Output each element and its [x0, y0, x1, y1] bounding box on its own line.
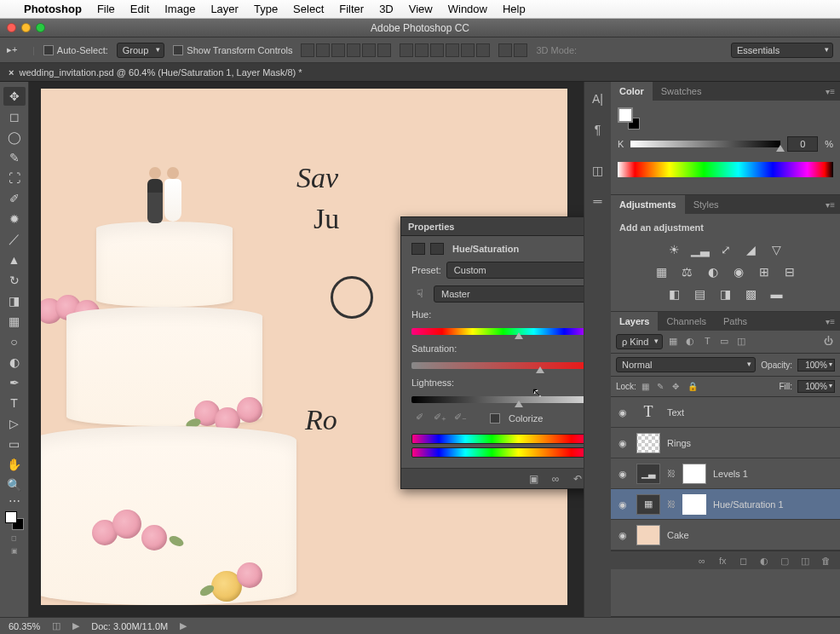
layer-thumbnail[interactable] [636, 433, 660, 453]
align-right-icon[interactable] [377, 43, 391, 57]
saturation-slider[interactable] [411, 362, 584, 369]
blur-tool[interactable]: ○ [3, 332, 26, 351]
layer-adjustment-thumb[interactable]: ▁▃ [636, 464, 660, 484]
adjustments-tab[interactable]: Adjustments [611, 195, 685, 214]
hue-slider[interactable] [411, 328, 584, 335]
delete-layer-icon[interactable]: 🗑 [821, 556, 833, 566]
brush-tool[interactable]: ／ [3, 230, 26, 249]
levels-icon[interactable]: ▁▃ [691, 241, 710, 258]
threshold-icon[interactable]: ◨ [716, 285, 735, 303]
link-layers-icon[interactable]: ∞ [699, 556, 711, 566]
adjustment-type-icon[interactable] [411, 243, 425, 255]
menu-3d[interactable]: 3D [379, 3, 394, 15]
filter-toggle-icon[interactable]: ⏻ [821, 336, 835, 348]
posterize-icon[interactable]: ▤ [691, 285, 710, 303]
menu-layer[interactable]: Layer [210, 3, 239, 15]
k-value-input[interactable]: 0 [787, 136, 818, 152]
info-panel-icon[interactable]: ═ [589, 193, 607, 210]
filter-smart-icon[interactable]: ◫ [734, 336, 748, 348]
preset-dropdown[interactable]: Custom [446, 262, 584, 279]
layer-item-levels[interactable]: ◉ ▁▃ ⛓ Levels 1 [611, 458, 840, 489]
lasso-tool[interactable]: ◯ [3, 128, 26, 147]
layer-filter-kind-dropdown[interactable]: ρ Kind [616, 334, 663, 349]
eyedropper-add-icon[interactable]: ✐₊ [432, 412, 447, 425]
color-spectrum[interactable] [618, 162, 833, 177]
filter-type-icon[interactable]: T [700, 336, 714, 348]
clip-to-layer-icon[interactable]: ▣ [526, 473, 540, 485]
eyedropper-icon[interactable]: ✐ [411, 412, 427, 425]
lock-pixels-icon[interactable]: ✎ [657, 382, 669, 392]
layer-item-cake[interactable]: ◉ Cake [611, 520, 840, 550]
layer-visibility-icon[interactable]: ◉ [616, 469, 630, 479]
zoom-level[interactable]: 60.35% [9, 621, 40, 631]
distribute-5-icon[interactable] [461, 43, 475, 57]
workspace-dropdown[interactable]: Essentials [731, 43, 833, 58]
menu-type[interactable]: Type [254, 3, 278, 15]
new-layer-icon[interactable]: ◫ [801, 556, 813, 566]
align-top-icon[interactable] [301, 43, 314, 57]
paragraph-panel-icon[interactable]: ¶ [589, 121, 607, 138]
shape-tool[interactable]: ▭ [3, 435, 26, 453]
layer-adjustment-thumb[interactable]: ▦ [636, 494, 660, 515]
opacity-input[interactable]: 100% [797, 359, 835, 372]
invert-icon[interactable]: ◧ [665, 285, 684, 303]
layer-item-rings[interactable]: ◉ Rings [611, 428, 840, 458]
properties-dock-icon[interactable]: ◫ [589, 162, 607, 179]
brightness-contrast-icon[interactable]: ☀ [665, 241, 684, 258]
reset-icon[interactable]: ↶ [571, 473, 584, 485]
layer-mask-thumb[interactable] [682, 464, 706, 484]
layer-visibility-icon[interactable]: ◉ [616, 407, 630, 418]
layer-mask-thumb[interactable] [682, 494, 706, 515]
menu-window[interactable]: Window [448, 3, 487, 15]
status-icon-2[interactable]: ▶ [72, 620, 79, 631]
exposure-icon[interactable]: ◢ [742, 241, 761, 258]
hand-tool[interactable]: ✋ [3, 455, 26, 474]
type-tool[interactable]: T [3, 394, 26, 412]
channels-tab[interactable]: Channels [658, 312, 714, 331]
minimize-window-button[interactable] [21, 23, 31, 32]
distribute-6-icon[interactable] [476, 43, 490, 57]
gradient-tool[interactable]: ▦ [3, 312, 26, 331]
layers-panel-menu-icon[interactable]: ▾≡ [820, 317, 840, 326]
distribute-3-icon[interactable] [430, 43, 444, 57]
k-slider[interactable] [630, 141, 780, 147]
path-select-tool[interactable]: ▷ [3, 414, 26, 433]
doc-info[interactable]: Doc: 3.00M/11.0M [91, 621, 168, 631]
properties-panel[interactable]: Properties ▸▸ ≡ Hue/Saturation Preset: C… [400, 216, 584, 489]
menu-help[interactable]: Help [503, 3, 526, 15]
menu-file[interactable]: File [97, 3, 115, 15]
mask-icon[interactable] [430, 243, 444, 255]
lock-transparency-icon[interactable]: ▦ [642, 382, 653, 392]
layer-thumbnail[interactable]: T [636, 402, 660, 423]
color-tab[interactable]: Color [611, 82, 653, 101]
gradient-map-icon[interactable]: ▬ [768, 285, 786, 303]
menu-select[interactable]: Select [293, 3, 324, 15]
filter-pixel-icon[interactable]: ▦ [666, 336, 680, 348]
quick-mask-icon[interactable]: ◻ [6, 534, 23, 543]
fill-input[interactable]: 100% [797, 380, 835, 393]
menu-edit[interactable]: Edit [130, 3, 149, 15]
crop-tool[interactable]: ⛶ [3, 169, 26, 187]
document-tab[interactable]: × wedding_invitation.psd @ 60.4% (Hue/Sa… [9, 67, 302, 78]
show-transform-checkbox[interactable]: Show Transform Controls [173, 45, 292, 55]
channel-mixer-icon[interactable]: ⊞ [755, 263, 774, 280]
close-tab-icon[interactable]: × [9, 67, 14, 78]
layer-visibility-icon[interactable]: ◉ [616, 530, 630, 540]
view-previous-icon[interactable]: ∞ [549, 473, 562, 485]
auto-select-dropdown[interactable]: Group [117, 43, 165, 58]
layer-link-icon[interactable]: ⛓ [667, 499, 676, 510]
hue-sat-icon[interactable]: ▦ [653, 263, 671, 280]
layer-thumbnail[interactable] [636, 525, 660, 545]
layer-style-icon[interactable]: fx [719, 556, 731, 566]
layer-mask-footer-icon[interactable]: ◻ [739, 556, 751, 566]
move-tool[interactable]: ✥ [3, 87, 26, 106]
color-balance-icon[interactable]: ⚖ [678, 263, 697, 280]
zoom-tool[interactable]: 🔍 [3, 476, 26, 494]
targeted-adjust-icon[interactable]: ☟ [411, 287, 429, 301]
healing-brush-tool[interactable]: ✹ [3, 210, 26, 228]
filter-adjust-icon[interactable]: ◐ [683, 336, 697, 348]
dodge-tool[interactable]: ◐ [3, 353, 26, 372]
paths-tab[interactable]: Paths [715, 312, 756, 331]
menu-filter[interactable]: Filter [339, 3, 364, 15]
lock-position-icon[interactable]: ✥ [672, 382, 684, 392]
